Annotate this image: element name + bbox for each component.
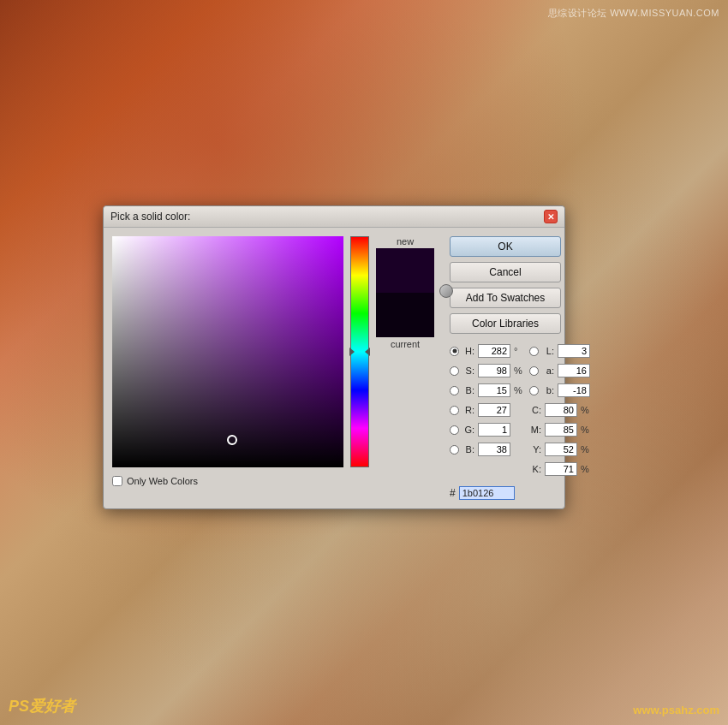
r-row: R: — [450, 401, 522, 419]
k-input[interactable] — [545, 462, 577, 476]
b-lab-input[interactable] — [558, 383, 590, 397]
label-current: current — [391, 339, 420, 349]
dialog-body: Only Web Colors new current — [104, 228, 564, 508]
hue-slider-container[interactable] — [350, 236, 369, 467]
lab-cmyk-inputs: L: a: b: — [529, 342, 590, 478]
blue-radio[interactable] — [450, 445, 459, 455]
c-input[interactable] — [545, 403, 577, 417]
b-lab-row: b: — [529, 382, 590, 399]
color-icon — [439, 284, 453, 298]
blue-label: B: — [462, 444, 474, 455]
color-picker-dialog: Pick a solid color: ✕ Only Web Colors — [103, 205, 565, 509]
b-lab-label: b: — [542, 385, 554, 395]
k-unit: % — [581, 464, 589, 474]
r-radio[interactable] — [450, 406, 459, 415]
k-label: K: — [529, 464, 541, 474]
g-label: G: — [462, 425, 474, 435]
hex-symbol: # — [450, 487, 456, 499]
g-input[interactable] — [478, 423, 510, 437]
y-row: Y: % — [529, 441, 590, 458]
b-unit: % — [514, 385, 522, 395]
a-label: a: — [542, 365, 554, 376]
r-label: R: — [462, 405, 474, 415]
m-unit: % — [581, 425, 589, 435]
s-input[interactable] — [478, 364, 510, 377]
color-preview-block — [376, 248, 434, 337]
add-to-swatches-button[interactable]: Add To Swatches — [450, 288, 561, 308]
dialog-titlebar: Pick a solid color: ✕ — [104, 206, 564, 228]
color-picker-area: Only Web Colors — [112, 236, 343, 500]
c-label: C: — [529, 405, 541, 415]
h-row: H: ° — [450, 342, 522, 360]
a-input[interactable] — [558, 364, 590, 377]
h-label: H: — [462, 346, 474, 356]
hue-slider-arrow-left — [365, 348, 370, 356]
ok-button[interactable]: OK — [450, 236, 561, 257]
b-label: B: — [462, 385, 474, 395]
y-input[interactable] — [545, 443, 577, 456]
close-button[interactable]: ✕ — [544, 210, 558, 223]
b-input[interactable] — [478, 383, 510, 397]
dialog-title: Pick a solid color: — [110, 211, 190, 223]
cancel-button[interactable]: Cancel — [450, 262, 561, 282]
s-radio[interactable] — [450, 366, 459, 376]
hex-input[interactable] — [459, 486, 515, 500]
s-row: S: % — [450, 362, 522, 379]
b-radio[interactable] — [450, 386, 459, 395]
hex-row: # — [450, 486, 590, 500]
label-new: new — [397, 236, 414, 247]
l-row: L: — [529, 342, 590, 360]
c-row: C: % — [529, 401, 590, 419]
a-row: a: — [529, 362, 590, 379]
blue-input[interactable] — [478, 443, 510, 456]
k-row: K: % — [529, 461, 590, 478]
r-input[interactable] — [478, 403, 510, 417]
h-radio[interactable] — [450, 347, 459, 356]
c-unit: % — [581, 405, 589, 415]
m-input[interactable] — [545, 423, 577, 437]
h-input[interactable] — [478, 344, 510, 358]
b-lab-radio[interactable] — [529, 386, 539, 395]
color-libraries-button[interactable]: Color Libraries — [450, 313, 561, 334]
l-label: L: — [542, 346, 554, 356]
hsb-rgb-inputs: H: ° S: % B: — [450, 342, 522, 478]
g-row: G: — [450, 421, 522, 438]
g-radio[interactable] — [450, 425, 459, 435]
h-unit: ° — [514, 346, 522, 356]
watermark-bottom-left: PS爱好者 — [9, 696, 75, 716]
hue-slider-arrow-right — [349, 348, 355, 356]
only-web-colors-checkbox[interactable] — [112, 476, 122, 486]
m-row: M: % — [529, 421, 590, 438]
watermark-bottom-right: www.psahz.com — [633, 704, 719, 716]
hue-section — [350, 236, 369, 500]
only-web-colors-label: Only Web Colors — [127, 476, 198, 486]
color-field-container[interactable] — [112, 236, 343, 467]
y-unit: % — [581, 444, 589, 455]
color-field[interactable] — [112, 236, 343, 467]
y-label: Y: — [529, 444, 541, 455]
blue-row: B: — [450, 441, 522, 458]
m-label: M: — [529, 425, 541, 435]
a-radio[interactable] — [529, 366, 539, 376]
b-row: B: % — [450, 382, 522, 399]
color-preview-container: new current — [376, 236, 434, 500]
l-input[interactable] — [558, 344, 590, 358]
s-label: S: — [462, 365, 474, 376]
inputs-section: H: ° S: % B: — [450, 342, 590, 478]
l-radio[interactable] — [529, 347, 539, 356]
color-preview-new — [376, 248, 434, 293]
watermark-top: 思综设计论坛 WWW.MISSYUAN.COM — [548, 7, 719, 20]
color-field-dark-overlay — [112, 236, 343, 467]
right-panel: OK Cancel Add To Swatches Color Librarie… — [450, 236, 590, 500]
s-unit: % — [514, 365, 522, 376]
only-web-colors-row: Only Web Colors — [112, 476, 343, 486]
color-preview-current — [376, 293, 434, 337]
